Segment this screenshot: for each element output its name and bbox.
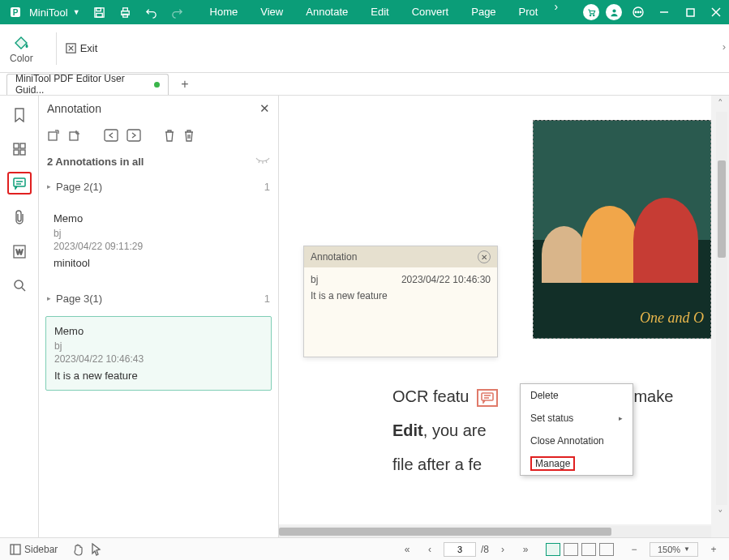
annotation-date: 2023/04/22 10:46:43 <box>54 353 263 365</box>
zoom-value[interactable]: 150%▼ <box>650 542 698 557</box>
single-page-view-icon[interactable] <box>546 543 560 556</box>
continuous-view-icon[interactable] <box>564 543 578 556</box>
title-bar: P MiniTool ▼ Home View Annotate Edit Con… <box>0 0 729 24</box>
annotation-popup-header[interactable]: Annotation ✕ <box>304 246 497 267</box>
note-marker-icon[interactable] <box>477 389 498 407</box>
svg-point-14 <box>640 11 641 12</box>
horizontal-scrollbar[interactable] <box>279 526 711 537</box>
svg-point-13 <box>637 11 638 12</box>
menu-more-icon[interactable]: › <box>549 0 563 24</box>
annotation-panel: Annotation ✕ 2 Annotations in all ▸ Page… <box>39 96 279 537</box>
exit-icon <box>65 42 77 54</box>
svg-rect-6 <box>123 7 128 11</box>
context-menu: Delete Set status▸ Close Annotation Mana… <box>520 383 633 476</box>
first-page-icon[interactable]: « <box>398 541 416 558</box>
menu-page[interactable]: Page <box>460 0 507 24</box>
word-nav-icon[interactable]: W <box>7 240 32 263</box>
annotation-popup-user: bj <box>311 274 318 285</box>
page-scroll-down-icon[interactable]: ˅ <box>713 507 727 521</box>
cart-icon[interactable] <box>583 4 599 20</box>
chat-icon[interactable] <box>625 0 651 24</box>
annotation-popup-close-icon[interactable]: ✕ <box>478 250 491 263</box>
next-page-icon[interactable]: › <box>494 541 512 558</box>
annotation-card-selected[interactable]: Memo bj 2023/04/22 10:46:43 It is a new … <box>45 316 272 391</box>
svg-rect-3 <box>96 7 101 11</box>
ribbon-expand-icon[interactable]: › <box>723 41 726 53</box>
menu-view[interactable]: View <box>249 0 294 24</box>
last-page-icon[interactable]: » <box>517 541 534 558</box>
page-navigation: « ‹ /8 › » <box>398 541 534 558</box>
ribbon-separator <box>56 32 57 65</box>
annotation-card[interactable]: Memo bj 2023/04/22 09:11:29 minitool <box>45 204 272 277</box>
zoom-out-icon[interactable]: − <box>625 541 643 558</box>
annotation-date: 2023/04/22 09:11:29 <box>54 241 264 252</box>
menu-protect[interactable]: Prot <box>508 0 550 24</box>
hand-tool-icon[interactable] <box>69 541 87 558</box>
prev-page-icon[interactable]: ‹ <box>421 541 439 558</box>
scrollbar-thumb[interactable] <box>279 528 611 536</box>
menu-edit[interactable]: Edit <box>359 0 400 24</box>
collapse-all-icon[interactable] <box>68 129 81 142</box>
attachments-nav-icon[interactable] <box>7 206 32 229</box>
page-scroll-up-icon[interactable]: ˄ <box>713 96 727 110</box>
user-icon[interactable] <box>606 4 622 20</box>
menu-convert[interactable]: Convert <box>401 0 461 24</box>
visibility-toggle-icon[interactable] <box>255 157 270 165</box>
menu-home[interactable]: Home <box>199 0 250 24</box>
menu-annotate[interactable]: Annotate <box>294 0 359 24</box>
new-tab-button[interactable]: + <box>177 76 193 92</box>
color-tool[interactable]: Color <box>10 33 33 64</box>
select-tool-icon[interactable] <box>87 541 105 558</box>
svg-rect-4 <box>96 13 103 17</box>
print-icon[interactable] <box>113 0 139 24</box>
two-page-view-icon[interactable] <box>581 543 596 556</box>
sidebar-label: Sidebar <box>24 544 58 555</box>
svg-point-10 <box>612 9 615 12</box>
annotation-popup-title: Annotation <box>311 251 357 263</box>
thumbnails-nav-icon[interactable] <box>7 138 32 160</box>
next-annotation-icon[interactable] <box>127 129 141 142</box>
exit-button[interactable]: Exit <box>65 42 98 54</box>
prev-annotation-icon[interactable] <box>104 129 118 142</box>
zoom-in-icon[interactable]: + <box>705 541 723 558</box>
annotation-type: Memo <box>54 212 264 224</box>
annotation-user: bj <box>54 228 264 239</box>
annotation-count: 2 Annotations in all <box>47 156 144 168</box>
save-icon[interactable] <box>87 0 113 24</box>
minimize-button[interactable] <box>651 0 677 24</box>
app-dropdown-icon[interactable]: ▼ <box>73 8 80 16</box>
maximize-button[interactable] <box>677 0 703 24</box>
page-group-2[interactable]: ▸ Page 2(1) 1 <box>39 173 278 199</box>
context-menu-manage[interactable]: Manage <box>521 452 633 475</box>
undo-icon[interactable] <box>139 0 165 24</box>
document-page[interactable]: One and O Annotation ✕ bj 2023/04/22 10:… <box>279 96 711 524</box>
context-menu-close-annotation[interactable]: Close Annotation <box>521 430 633 452</box>
delete-icon[interactable] <box>164 129 175 142</box>
context-menu-set-status[interactable]: Set status▸ <box>521 407 633 430</box>
vertical-scrollbar[interactable] <box>716 112 727 505</box>
annotation-popup-body: bj 2023/04/22 10:46:30 It is a new featu… <box>304 267 497 357</box>
annotation-text: It is a new feature <box>54 370 263 382</box>
search-nav-icon[interactable] <box>7 274 32 297</box>
svg-point-12 <box>635 11 636 12</box>
page-number-input[interactable] <box>444 542 476 557</box>
side-nav: W <box>0 96 39 537</box>
bookmarks-nav-icon[interactable] <box>7 104 32 126</box>
two-continuous-view-icon[interactable] <box>599 543 614 556</box>
page-group-3[interactable]: ▸ Page 3(1) 1 <box>39 285 278 311</box>
annotation-count-row: 2 Annotations in all <box>39 149 278 173</box>
context-menu-delete[interactable]: Delete <box>521 384 633 407</box>
close-button[interactable] <box>703 0 729 24</box>
annotation-popup[interactable]: Annotation ✕ bj 2023/04/22 10:46:30 It i… <box>303 246 498 357</box>
svg-point-9 <box>593 15 594 15</box>
delete-all-icon[interactable] <box>183 129 195 142</box>
svg-text:W: W <box>15 248 23 256</box>
sidebar-toggle-icon[interactable] <box>6 541 24 558</box>
panel-close-icon[interactable]: ✕ <box>259 101 270 116</box>
document-tab[interactable]: MiniTool PDF Editor User Guid... <box>6 74 169 95</box>
redo-icon[interactable] <box>165 0 191 24</box>
annotations-nav-icon[interactable] <box>7 172 32 195</box>
expand-all-icon[interactable] <box>47 129 60 142</box>
scrollbar-thumb[interactable] <box>718 160 726 258</box>
panel-header: Annotation ✕ <box>39 96 278 122</box>
